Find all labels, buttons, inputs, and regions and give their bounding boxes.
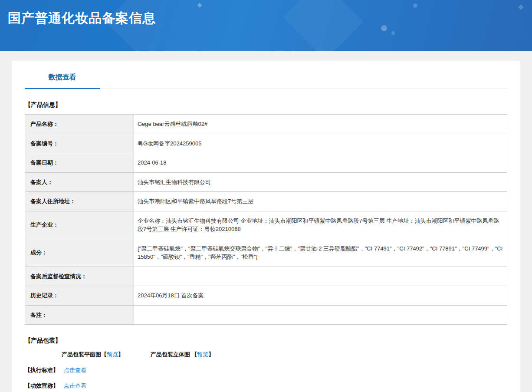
table-row: 备注： [25,305,507,325]
packaging-stereo-text: 产品包装立体图 [151,351,192,358]
section-heading-efficacy: 【功效宣称】 [25,382,59,389]
row-label: 历史记录： [25,286,134,306]
product-info-table: 产品名称： Gege bear云感丝绒唇釉02# 备案编号： 粤G妆网备字202… [25,114,507,325]
row-label: 备案后监督检查情况： [25,267,134,286]
standard-view-link[interactable]: 点击查看 [64,367,86,373]
section-heading-product-info: 【产品信息】 [25,101,507,109]
efficacy-row: 【功效宣称】点击查看 [25,382,507,390]
decorative-dot [381,25,387,31]
row-label: 成分： [25,239,134,267]
table-row: 产品名称： Gege bear云感丝绒唇釉02# [25,115,507,134]
packaging-row: 产品包装平面图【预览】 产品包装立体图 【预览】 [25,351,507,359]
row-label: 备案日期： [25,153,134,173]
section-heading-packaging: 【产品包装】 [25,337,507,345]
packaging-stereo-preview-link[interactable]: 预览 [197,351,208,358]
table-row: 历史记录： 2024年06月18日 首次备案 [25,286,507,306]
content-card: 数据查看 【产品信息】 产品名称： Gege bear云感丝绒唇釉02# 备案编… [12,61,520,392]
row-value: Gege bear云感丝绒唇釉02# [134,115,507,134]
table-row: 备案日期： 2024-06-18 [25,153,507,173]
decorative-dot [413,3,417,8]
row-value: 粤G妆网备字2024259005 [134,134,507,153]
row-label: 生产企业： [25,211,134,239]
section-heading-standard: 【执行标准】 [25,367,59,373]
page-title: 国产普通化妆品备案信息 [8,10,156,27]
row-label: 备案人： [25,172,134,192]
row-value [134,267,507,286]
tab-strip: 数据查看 [25,73,507,89]
row-label: 备案人住所地址： [25,192,134,211]
table-row: 成分： ["聚二甲基硅氧烷"，"聚二甲基硅氧烷交联聚合物"，"异十二烷"，"聚甘… [25,239,507,267]
row-value: ["聚二甲基硅氧烷"，"聚二甲基硅氧烷交联聚合物"，"异十二烷"，"聚甘油-2 … [134,239,507,267]
row-value: 汕头市铭汇生物科技有限公司 [134,172,507,192]
bracket-open: 【 [101,351,107,358]
row-value: 企业名称：汕头市铭汇生物科技有限公司 企业地址：汕头市潮阳区和平镇紫中路凤皋路段… [134,211,507,239]
packaging-flat-text: 产品包装平面图 [62,351,101,358]
page-header: 国产普通化妆品备案信息 [0,0,532,51]
row-value: 2024-06-18 [134,153,507,173]
bracket-close: 】 [118,351,124,358]
row-value: 2024年06月18日 首次备案 [134,286,507,306]
row-value: 汕头市潮阳区和平镇紫中路凤皋路段7号第三层 [134,192,507,211]
table-row: 备案人住所地址： 汕头市潮阳区和平镇紫中路凤皋路段7号第三层 [25,192,507,211]
tab-data-view[interactable]: 数据查看 [25,73,100,89]
table-row: 备案编号： 粤G妆网备字2024259005 [25,134,507,153]
packaging-flat-label: 产品包装平面图【预览】 [62,351,124,358]
table-row: 生产企业： 企业名称：汕头市铭汇生物科技有限公司 企业地址：汕头市潮阳区和平镇紫… [25,211,507,239]
row-label: 产品名称： [25,115,134,134]
bracket-open: 【 [191,351,197,358]
row-label: 备注： [25,305,134,325]
decorative-band [283,0,532,51]
efficacy-view-link[interactable]: 点击查看 [64,382,86,389]
row-label: 备案编号： [25,134,134,153]
row-value [134,305,507,325]
table-row: 备案人： 汕头市铭汇生物科技有限公司 [25,172,507,192]
packaging-stereo-label: 产品包装立体图 【预览】 [151,351,214,358]
table-row: 备案后监督检查情况： [25,267,507,286]
bracket-close: 】 [208,351,214,358]
decorative-dot [391,31,395,35]
standard-row: 【执行标准】点击查看 [25,366,507,374]
packaging-flat-preview-link[interactable]: 预览 [107,351,118,358]
